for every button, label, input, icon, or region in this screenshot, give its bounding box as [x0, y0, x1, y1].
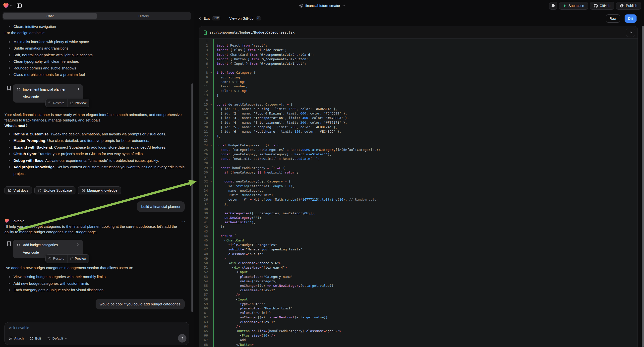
circle-dot-icon [30, 336, 33, 340]
bookmark-icon[interactable] [7, 241, 11, 258]
explore-supabase-button[interactable]: Explore Supabase [34, 186, 76, 194]
line-number: 68 [200, 342, 209, 347]
code-text: setCategories([...categories, newCategor… [213, 211, 638, 216]
message-menu-icon[interactable]: ··· [180, 218, 187, 224]
settings-button[interactable] [549, 2, 557, 10]
preview-button[interactable]: Preview [67, 99, 89, 107]
line-number: 62 [200, 315, 209, 320]
version-card-block: Add budget categories View code Restore [4, 240, 187, 258]
code-text: { id: '2', name: 'Food & Dining', limit:… [213, 111, 638, 116]
fold-toggle-icon[interactable]: ∨ [209, 179, 213, 184]
tab-chat[interactable]: Chat [3, 13, 97, 20]
fold-toggle-icon[interactable]: ∨ [209, 70, 213, 75]
restore-button[interactable]: Restore [46, 255, 67, 262]
bullet-item: Add project knowledge: Set key context o… [14, 164, 187, 177]
manage-knowledge-button[interactable]: Manage knowledge [78, 186, 121, 194]
line-number: 9 [200, 75, 209, 80]
send-button[interactable] [178, 334, 186, 342]
fold-toggle-icon[interactable]: ∨ [209, 102, 213, 107]
code-line: 25 const [categories, setCategories] = R… [200, 148, 638, 152]
toggle-sidebar-button[interactable] [15, 2, 23, 10]
bullet-item: GitHub Sync: Transfer your project's cod… [14, 150, 187, 157]
chat-scrollbar[interactable] [192, 84, 193, 312]
bookmark-icon[interactable] [7, 86, 11, 102]
fold-spacer [209, 320, 213, 324]
view-on-github-button[interactable]: View on GitHub [229, 16, 254, 20]
code-line: 7 [200, 66, 638, 70]
restore-button[interactable]: Restore [46, 99, 67, 107]
raw-toggle-button[interactable]: Raw [606, 14, 620, 23]
line-number: 54 [200, 279, 209, 284]
project-switcher[interactable]: financial-future-creator [299, 0, 345, 11]
file-added-icon [204, 30, 207, 34]
code-line: 15∨const defaultCategories: Category[] =… [200, 102, 638, 107]
fold-spacer [209, 184, 213, 188]
fold-spacer [209, 206, 213, 211]
code-editor[interactable]: 1 2import React from 'react';3import { P… [200, 38, 638, 347]
collapse-file-button[interactable] [626, 28, 635, 37]
fold-spacer [209, 252, 213, 256]
file-card: src/components/budget/BudgetCategories.t… [199, 26, 638, 347]
prompt-input[interactable]: Ask Lovable... Attach Edit Default [4, 322, 189, 345]
code-text: } [213, 93, 638, 98]
attach-button[interactable]: Attach [9, 336, 24, 340]
fold-toggle-icon[interactable]: ∨ [209, 143, 213, 148]
line-number: 40 [200, 216, 209, 220]
preview-button[interactable]: Preview [67, 255, 89, 262]
line-number: 46 [200, 243, 209, 247]
chevron-right-icon[interactable] [77, 242, 80, 248]
github-icon [594, 4, 598, 8]
line-number: 36 [200, 198, 209, 202]
code-line: 40 setNewCategory(''); [200, 216, 638, 220]
fold-spacer [209, 256, 213, 261]
code-text [213, 66, 638, 70]
code-text: Add [213, 338, 638, 342]
code-line: 14 [200, 98, 638, 102]
code-scrollbar[interactable] [642, 26, 644, 347]
external-link-icon [8, 189, 12, 192]
fold-spacer [209, 279, 213, 284]
bullet-item: Add new budget categories with custom li… [14, 280, 187, 287]
code-line: 46 title="Budget Categories" [200, 243, 638, 247]
lovable-logo-menu[interactable] [3, 3, 13, 8]
fold-spacer [209, 243, 213, 247]
exit-button[interactable]: Exit [204, 16, 210, 20]
fold-spacer [209, 342, 213, 347]
fold-toggle-icon[interactable]: ∨ [209, 166, 213, 170]
chat-message-list[interactable]: Clean, intuitive navigation For the desi… [0, 22, 192, 322]
code-line: 36 color: '#' + Math.floor(Math.random()… [200, 198, 638, 202]
tab-history[interactable]: History [97, 13, 190, 20]
line-number: 23 [200, 138, 209, 143]
diff-toggle-button[interactable]: Diff [624, 14, 636, 23]
visit-docs-button[interactable]: Visit docs [4, 186, 32, 194]
line-number: 14 [200, 98, 209, 102]
line-number: 34 [200, 188, 209, 193]
code-line: 37 }; [200, 202, 638, 206]
fold-spacer [209, 234, 213, 238]
fold-spacer [209, 170, 213, 175]
github-button[interactable]: GitHub [590, 2, 614, 10]
line-number: 49 [200, 256, 209, 261]
code-view-panel: Exit ESC View on GitHub G Raw Diff src/c… [194, 11, 644, 347]
line-number: 44 [200, 234, 209, 238]
line-number: 21 [200, 130, 209, 134]
model-selector[interactable]: Default [47, 336, 68, 340]
esc-key-badge: ESC [212, 16, 220, 20]
line-number: 4 [200, 52, 209, 57]
code-line: 53 placeholder="Category name" [200, 274, 638, 279]
code-text: <Input [213, 297, 638, 302]
package-icon [82, 189, 85, 192]
code-line: 48 className="h-auto" [200, 252, 638, 256]
supabase-button[interactable]: Supabase [559, 2, 588, 10]
code-line: 8∨interface Category { [200, 70, 638, 75]
publish-button[interactable]: Publish [616, 2, 641, 10]
code-line: 28 [200, 161, 638, 166]
version-actions: Restore Preview [45, 254, 89, 263]
edit-mode-button[interactable]: Edit [30, 336, 41, 340]
code-text: <Plus size={16} /> [213, 333, 638, 338]
code-text: color: '#' + Math.floor(Math.random()*16… [213, 198, 638, 202]
code-line: 4import ChartCard from '@/components/ui/… [200, 52, 638, 57]
chevron-right-icon[interactable] [77, 87, 80, 92]
code-line: 65 <Button onClick={handleAddCategory} c… [200, 329, 638, 333]
code-text: import React from 'react'; [213, 43, 638, 48]
